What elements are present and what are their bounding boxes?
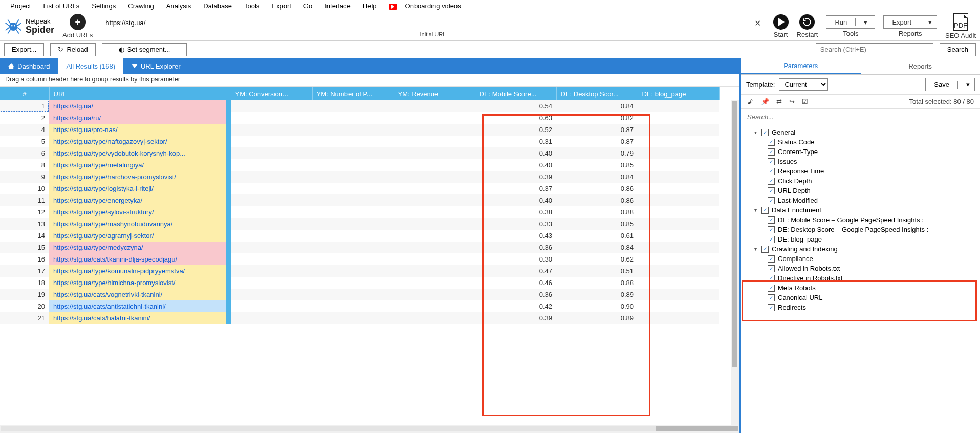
- cell-url[interactable]: https://stg.ua/cats/antistatichni-tkanin…: [49, 300, 226, 312]
- run-button[interactable]: Run▾: [826, 15, 875, 29]
- menu-crawling[interactable]: Crawling: [122, 1, 160, 11]
- table-row[interactable]: 1https://stg.ua/0.540.84: [0, 100, 719, 112]
- col-de-mobile[interactable]: DE: Mobile Score...: [475, 87, 556, 100]
- cell-url[interactable]: https://stg.ua/cats/halatni-tkanini/: [49, 312, 226, 324]
- set-segment-btn[interactable]: ◐Set segment...: [102, 43, 187, 56]
- cell-url[interactable]: https://stg.ua/ru/: [49, 112, 226, 124]
- tree-item[interactable]: Meta Robots: [743, 283, 980, 293]
- table-row[interactable]: 19https://stg.ua/cats/vognetrivki-tkanin…: [0, 289, 719, 300]
- table-row[interactable]: 18https://stg.ua/type/himichna-promyslov…: [0, 277, 719, 289]
- checkbox[interactable]: [768, 275, 775, 282]
- menu-interface[interactable]: Interface: [318, 1, 357, 11]
- tree-item[interactable]: Click Depth: [743, 176, 980, 186]
- table-row[interactable]: 10https://stg.ua/type/logistyka-i-ritejl…: [0, 183, 719, 194]
- cell-url[interactable]: https://stg.ua/type/metalurgiya/: [49, 159, 226, 171]
- horizontal-scrollbar[interactable]: [0, 425, 739, 433]
- chevron-down-icon[interactable]: ▾: [920, 18, 937, 26]
- checkbox[interactable]: [768, 216, 775, 224]
- tree-item[interactable]: Issues: [743, 157, 980, 166]
- table-row[interactable]: 21https://stg.ua/cats/halatni-tkanini/0.…: [0, 312, 719, 324]
- menu-analysis[interactable]: Analysis: [160, 1, 197, 11]
- check-all-icon[interactable]: ☑: [802, 98, 808, 105]
- checkbox[interactable]: [768, 226, 775, 233]
- checkbox[interactable]: [768, 294, 775, 301]
- cell-url[interactable]: https://stg.ua/type/sylovi-struktury/: [49, 206, 226, 218]
- cell-url[interactable]: https://stg.ua/type/medyczyna/: [49, 242, 226, 253]
- cell-url[interactable]: https://stg.ua/: [49, 100, 226, 112]
- table-row[interactable]: 12https://stg.ua/type/sylovi-struktury/0…: [0, 206, 719, 218]
- menu-onboarding[interactable]: Onboarding videos: [383, 1, 473, 11]
- tree-item[interactable]: ▾Crawling and Indexing: [743, 244, 980, 254]
- table-row[interactable]: 6https://stg.ua/type/vydobutok-korysnyh-…: [0, 147, 719, 159]
- col-url[interactable]: URL: [49, 87, 226, 100]
- col-de-blog[interactable]: DE: blog_page: [638, 87, 719, 100]
- checkbox[interactable]: [768, 139, 775, 146]
- tree-item[interactable]: ▾General: [743, 127, 980, 137]
- chevron-down-icon[interactable]: ▾: [957, 81, 974, 89]
- tab-dashboard[interactable]: Dashboard: [0, 58, 58, 74]
- menu-list-urls[interactable]: List of URLs: [37, 1, 85, 11]
- table-row[interactable]: 15https://stg.ua/type/medyczyna/0.360.84: [0, 242, 719, 253]
- checkbox[interactable]: [768, 168, 775, 175]
- checkbox[interactable]: [761, 207, 769, 214]
- expand-icon[interactable]: ▾: [752, 246, 758, 252]
- cell-url[interactable]: https://stg.ua/type/logistyka-i-ritejl/: [49, 183, 226, 194]
- cell-url[interactable]: https://stg.ua/type/vydobutok-korysnyh-k…: [49, 147, 226, 159]
- reload-btn[interactable]: ↻Reload: [50, 43, 95, 56]
- tree-item[interactable]: Last-Modified: [743, 196, 980, 205]
- brush-icon[interactable]: 🖌: [747, 98, 754, 105]
- group-by-hint[interactable]: Drag a column header here to group resul…: [0, 74, 739, 87]
- tree-item[interactable]: DE: Mobile Score – Google PageSpeed Insi…: [743, 215, 980, 225]
- menu-help[interactable]: Help: [357, 1, 383, 11]
- tree-item[interactable]: Response Time: [743, 166, 980, 176]
- search-btn[interactable]: Search: [940, 43, 976, 56]
- expand-icon[interactable]: ▾: [752, 207, 758, 213]
- col-de-desktop[interactable]: DE: Desktop Scor...: [556, 87, 638, 100]
- checkbox[interactable]: [768, 255, 775, 263]
- tree-item[interactable]: Content-Type: [743, 147, 980, 157]
- menu-go[interactable]: Go: [297, 1, 318, 11]
- checkbox[interactable]: [768, 236, 775, 243]
- export-button[interactable]: Export▾: [883, 15, 937, 29]
- search-input[interactable]: [816, 43, 933, 56]
- table-row[interactable]: 8https://stg.ua/type/metalurgiya/0.400.8…: [0, 159, 719, 171]
- menu-export[interactable]: Export: [266, 1, 297, 11]
- table-row[interactable]: 17https://stg.ua/type/komunalni-pidpryye…: [0, 265, 719, 277]
- export-btn[interactable]: Export...: [4, 43, 44, 56]
- redo-icon[interactable]: ↪: [789, 98, 795, 105]
- checkbox[interactable]: [768, 158, 775, 165]
- tree-item[interactable]: DE: Desktop Score – Google PageSpeed Ins…: [743, 225, 980, 234]
- chevron-down-icon[interactable]: ▾: [855, 18, 875, 26]
- cell-url[interactable]: https://stg.ua/type/naftogazovyj-sektor/: [49, 136, 226, 147]
- seo-audit-button[interactable]: PDF SEO Audit: [945, 13, 976, 39]
- table-row[interactable]: 14https://stg.ua/type/agrarnyj-sektor/0.…: [0, 230, 719, 242]
- swap-icon[interactable]: ⇄: [776, 98, 782, 105]
- cell-url[interactable]: https://stg.ua/type/agrarnyj-sektor/: [49, 230, 226, 242]
- start-button[interactable]: Start: [773, 14, 789, 38]
- table-row[interactable]: 4https://stg.ua/pro-nas/0.520.87: [0, 124, 719, 136]
- menu-tools[interactable]: Tools: [238, 1, 266, 11]
- table-row[interactable]: 13https://stg.ua/type/mashynobuduvannya/…: [0, 218, 719, 230]
- cell-url[interactable]: https://stg.ua/cats/tkanini-dlja-specodj…: [49, 253, 226, 265]
- checkbox[interactable]: [768, 197, 775, 204]
- table-row[interactable]: 16https://stg.ua/cats/tkanini-dlja-speco…: [0, 253, 719, 265]
- tree-item[interactable]: Canonical URL: [743, 293, 980, 302]
- tab-parameters[interactable]: Parameters: [741, 58, 861, 74]
- param-search-input[interactable]: [745, 111, 976, 123]
- checkbox[interactable]: [768, 304, 775, 311]
- menu-project[interactable]: Project: [4, 1, 37, 11]
- tree-item[interactable]: ▾Data Enrichment: [743, 205, 980, 215]
- checkbox[interactable]: [768, 187, 775, 194]
- menu-database[interactable]: Database: [197, 1, 238, 11]
- col-index[interactable]: #: [0, 87, 49, 100]
- tab-url-explorer[interactable]: URL Explorer: [123, 58, 189, 74]
- checkbox[interactable]: [761, 246, 769, 253]
- tree-item[interactable]: DE: blog_page: [743, 234, 980, 244]
- vertical-scrollbar[interactable]: [731, 100, 739, 425]
- initial-url-input[interactable]: [101, 16, 765, 30]
- checkbox[interactable]: [768, 265, 775, 272]
- checkbox[interactable]: [768, 148, 775, 156]
- checkbox[interactable]: [768, 178, 775, 185]
- table-row[interactable]: 5https://stg.ua/type/naftogazovyj-sektor…: [0, 136, 719, 147]
- tab-reports[interactable]: Reports: [861, 58, 981, 74]
